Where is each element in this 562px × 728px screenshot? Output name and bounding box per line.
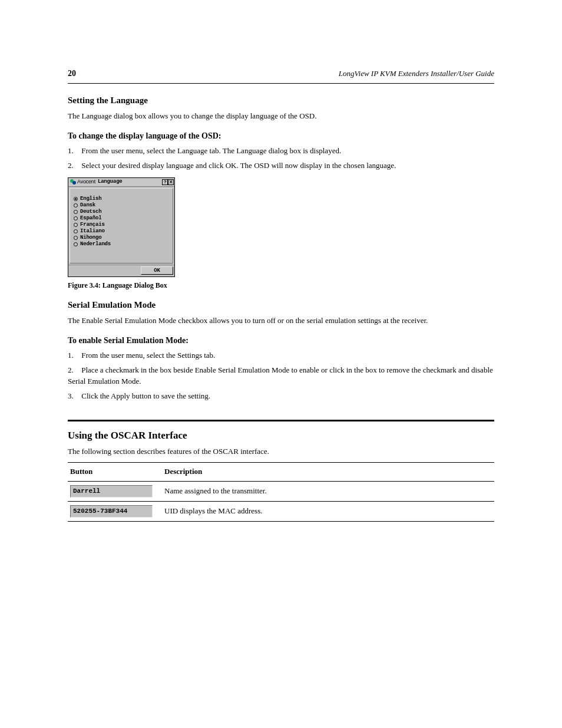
section-serial-heading: Serial Emulation Mode (68, 299, 494, 312)
procedure-language-heading: To change the display language of the OS… (68, 130, 494, 142)
col-header-description: Description (162, 463, 494, 482)
section-language-heading: Setting the Language (68, 94, 494, 107)
procedure-serial-heading: To enable Serial Emulation Mode: (68, 335, 494, 347)
radio-icon[interactable] (74, 236, 78, 240)
radio-icon[interactable] (74, 229, 78, 233)
dialog-title: Language (98, 178, 123, 186)
row-desc: UID displays the MAC address. (162, 501, 494, 521)
dialog-body: English Dansk Deutsch Español Français (70, 188, 173, 263)
oscar-title: Using the OSCAR Interface (68, 429, 494, 443)
language-option-nederlands[interactable]: Nederlands (74, 241, 169, 248)
dialog-brand: Avocent (77, 178, 95, 186)
section-serial-desc: The Enable Serial Emulation Mode checkbo… (68, 315, 494, 327)
avocent-logo-icon (70, 179, 77, 186)
language-label: Nederlands (80, 241, 111, 248)
table-header-row: Button Description (68, 463, 494, 482)
procedure-step: 2. Place a checkmark in the box beside E… (68, 365, 494, 387)
step-number: 1. (68, 146, 80, 157)
procedure-step: 1. From the user menu, select the Settin… (68, 350, 494, 361)
table-row: Darrell Name assigned to the transmitter… (68, 481, 494, 501)
table-row: 520255-73BF344 UID displays the MAC addr… (68, 501, 494, 521)
page-number: 20 (68, 68, 76, 80)
row-desc: Name assigned to the transmitter. (162, 481, 494, 501)
running-title: LongView IP KVM Extenders Installer/User… (339, 68, 494, 80)
procedure-step: 1. From the user menu, select the Langua… (68, 146, 494, 157)
step-number: 3. (68, 391, 80, 402)
step-text: From the user menu, select the Settings … (81, 351, 215, 360)
step-text: From the user menu, select the Language … (81, 146, 341, 155)
radio-icon[interactable] (74, 197, 78, 201)
radio-icon[interactable] (74, 242, 78, 246)
section-divider (68, 420, 494, 421)
ok-button[interactable]: OK (141, 266, 173, 275)
help-button[interactable]: ? (162, 179, 168, 185)
figure-caption: Figure 3.4: Language Dialog Box (68, 281, 494, 291)
step-number: 1. (68, 350, 80, 361)
uid-field[interactable]: 520255-73BF344 (70, 505, 153, 518)
oscar-desc: The following section describes features… (68, 446, 494, 457)
dialog-footer: OK (68, 265, 174, 276)
oscar-table: Button Description Darrell Name assigned… (68, 462, 494, 522)
radio-icon[interactable] (74, 223, 78, 227)
name-field[interactable]: Darrell (70, 485, 153, 498)
figure-language-dialog: Avocent Language ? X English Dansk (68, 177, 494, 291)
dialog-titlebar: Avocent Language ? X (68, 178, 174, 187)
step-text: Select your desired display language and… (81, 161, 396, 170)
procedure-step: 2. Select your desired display language … (68, 160, 494, 172)
col-header-button: Button (68, 463, 162, 482)
close-button[interactable]: X (168, 179, 174, 185)
section-language-desc: The Language dialog box allows you to ch… (68, 111, 494, 122)
step-text: Place a checkmark in the box beside Enab… (68, 365, 493, 386)
radio-icon[interactable] (74, 210, 78, 214)
language-dialog-window: Avocent Language ? X English Dansk (68, 177, 175, 277)
radio-icon[interactable] (74, 203, 78, 207)
step-text: Click the Apply button to save the setti… (81, 391, 210, 400)
radio-icon[interactable] (74, 216, 78, 220)
procedure-step: 3. Click the Apply button to save the se… (68, 391, 494, 402)
svg-point-1 (72, 181, 76, 185)
step-number: 2. (68, 365, 80, 376)
step-number: 2. (68, 160, 80, 172)
